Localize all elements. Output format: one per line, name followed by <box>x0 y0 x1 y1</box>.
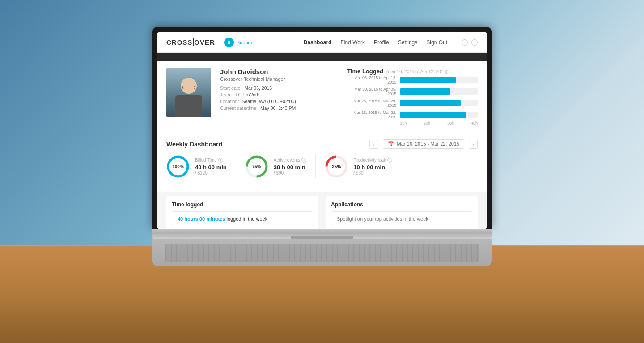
date-nav-next[interactable]: › <box>469 140 478 149</box>
nav-find-work[interactable]: Find Work <box>340 39 364 46</box>
metric-name-0: Billed Time i <box>195 158 227 163</box>
chart-bar <box>400 88 450 95</box>
profile-section: John Davidson Crossover Technical Manage… <box>157 61 487 133</box>
donut-1: 75% <box>245 155 268 178</box>
nav-profile[interactable]: Profile <box>374 39 389 46</box>
metric-card-1: 75% Active events i 30 h 00 min / $90 <box>245 155 306 178</box>
laptop-keyboard <box>152 239 492 266</box>
metric-card-2: 25% Productivity leak i 10 h 00 min / $3… <box>325 155 392 178</box>
metric-value-0: 40 h 00 min <box>195 164 227 171</box>
profile-info: John Davidson Crossover Technical Manage… <box>220 68 329 125</box>
profile-location-value: Seattle, WA (UTC +02:00) <box>242 99 296 104</box>
time-logged-date: (mar 16, 2015 to Apr 12, 2015) <box>386 69 447 74</box>
metric-value-2: 10 h 00 min <box>353 164 392 171</box>
profile-title: Crossover Technical Manager <box>220 76 329 82</box>
time-logged-bottom: Time logged 40 hours 00 minutes logged i… <box>166 196 318 229</box>
profile-location: Location: Seattle, WA (UTC +02:00) <box>220 99 329 104</box>
logo-right: OVER <box>194 38 216 46</box>
chart-bar <box>400 77 456 83</box>
chart-bar <box>400 100 461 106</box>
profile-datetime-value: May 06, 2:40 PM <box>260 105 296 111</box>
time-logged-section: Time Logged (mar 16, 2015 to Apr 12, 201… <box>338 68 478 125</box>
date-nav: ‹ 📅 Mar 16, 2015 - Mar 22, 2015 › <box>369 139 478 149</box>
chart-axis-label: 20h <box>424 121 430 125</box>
chart-row-label: Mar 30, 2015 to Apr 05, 2015 <box>347 87 396 96</box>
metric-info-1: Active events i 30 h 00 min / $90 <box>274 158 306 176</box>
metric-info-0: Billed Time i 40 h 00 min / $120 <box>195 158 227 176</box>
chart-rows: Apr 06, 2015 to Apr 12, 2015 Mar 30, 201… <box>347 75 478 119</box>
bottom-row: Time logged 40 hours 00 minutes logged i… <box>157 192 487 229</box>
date-nav-prev[interactable]: ‹ <box>369 140 378 149</box>
metric-name-1: Active events i <box>274 158 306 163</box>
applications-title: Applications <box>331 201 472 208</box>
donut-2: 25% <box>325 155 348 178</box>
time-log-highlight: 40 hours 00 minutes <box>178 216 225 222</box>
weekly-section: Weekly Dashboard ‹ 📅 Mar 16, 2015 - Mar … <box>157 133 487 192</box>
time-logged-section-title: Time logged <box>172 201 313 208</box>
apps-box: Spotlight on your top activities in the … <box>331 211 472 226</box>
chart-bar-wrap <box>400 77 478 83</box>
chart-row-label: Mar 23, 2015 to Mar 29, 2015 <box>347 99 396 108</box>
support-label: Support <box>237 40 254 45</box>
donut-label-2: 25% <box>332 164 341 169</box>
support-badge[interactable]: 0 Support <box>224 38 254 47</box>
metric-divider <box>315 155 316 178</box>
profile-start-date: Start date: Mar 06, 2015 <box>220 85 329 91</box>
metric-card-0: 100% Billed Time i 40 h 00 min / $120 <box>166 155 227 178</box>
chart-row: Mar 30, 2015 to Apr 05, 2015 <box>347 87 478 96</box>
logo-left: CROSS <box>166 38 194 46</box>
nav-icon-2 <box>471 39 478 46</box>
screen: CROSSOVER 0 Support Dashboard Find Work … <box>157 32 487 229</box>
chart-bar <box>400 112 466 118</box>
metric-sub-1: / $90 <box>274 171 306 176</box>
keyboard-keys <box>165 244 479 262</box>
metric-sub-2: / $30 <box>353 171 392 176</box>
screen-bezel: CROSSOVER 0 Support Dashboard Find Work … <box>152 27 492 229</box>
metric-info-2: Productivity leak i 10 h 00 min / $30 <box>353 158 392 176</box>
chart-bar-wrap <box>400 100 478 106</box>
dark-bar <box>157 53 487 61</box>
avatar <box>166 68 211 117</box>
chart-axis-label: 10h <box>400 121 407 125</box>
laptop-base <box>152 229 492 239</box>
chart-row: Mar 23, 2015 to Mar 29, 2015 <box>347 99 478 108</box>
info-icon-0: i <box>218 158 223 163</box>
chart-row-label: Apr 06, 2015 to Apr 12, 2015 <box>347 75 396 84</box>
chart-axis: 10h20h30h40h <box>347 121 478 125</box>
calendar-icon: 📅 <box>388 141 394 146</box>
metric-sub-0: / $120 <box>195 171 227 176</box>
support-count: 0 <box>224 38 234 47</box>
navbar: CROSSOVER 0 Support Dashboard Find Work … <box>157 32 487 53</box>
metrics-row: 100% Billed Time i 40 h 00 min / $120 75… <box>166 155 478 178</box>
profile-start-date-value: Mar 06, 2015 <box>244 85 272 91</box>
info-icon-1: i <box>301 158 306 163</box>
profile-team: Team: FCT aWork <box>220 92 329 97</box>
nav-links: Dashboard Find Work Profile Settings Sig… <box>304 39 478 46</box>
weekly-title: Weekly Dashboard <box>166 141 222 148</box>
chart-row-label: Mar 16, 2015 to Mar 22, 2015 <box>347 110 396 119</box>
logo: CROSSOVER <box>166 38 217 46</box>
profile-team-value: FCT aWork <box>235 92 259 97</box>
nav-dashboard[interactable]: Dashboard <box>304 39 332 46</box>
nav-icon-1 <box>462 39 468 46</box>
applications-bottom: Applications Spotlight on your top activ… <box>326 196 478 229</box>
metric-value-1: 30 h 00 min <box>274 164 306 171</box>
nav-icons <box>462 39 478 46</box>
profile-name: John Davidson <box>220 68 329 75</box>
profile-datetime: Current date/time: May 06, 2:40 PM <box>220 105 329 111</box>
donut-0: 100% <box>166 155 190 178</box>
chart-axis-label: 30h <box>447 121 454 125</box>
chart-row: Mar 16, 2015 to Mar 22, 2015 <box>347 110 478 119</box>
nav-settings[interactable]: Settings <box>398 39 417 46</box>
chart-axis-label: 40h <box>471 121 478 125</box>
metric-divider <box>236 155 236 178</box>
weekly-header: Weekly Dashboard ‹ 📅 Mar 16, 2015 - Mar … <box>166 139 478 149</box>
donut-label-0: 100% <box>172 164 184 169</box>
time-logged-title: Time Logged (mar 16, 2015 to Apr 12, 201… <box>347 68 478 75</box>
time-log-box: 40 hours 00 minutes logged in the week <box>172 211 313 226</box>
metric-name-2: Productivity leak i <box>353 158 392 163</box>
laptop: CROSSOVER 0 Support Dashboard Find Work … <box>152 27 492 266</box>
nav-sign-out[interactable]: Sign Out <box>426 39 447 46</box>
date-nav-label: 📅 Mar 16, 2015 - Mar 22, 2015 <box>383 139 464 149</box>
chart-row: Apr 06, 2015 to Apr 12, 2015 <box>347 75 478 84</box>
